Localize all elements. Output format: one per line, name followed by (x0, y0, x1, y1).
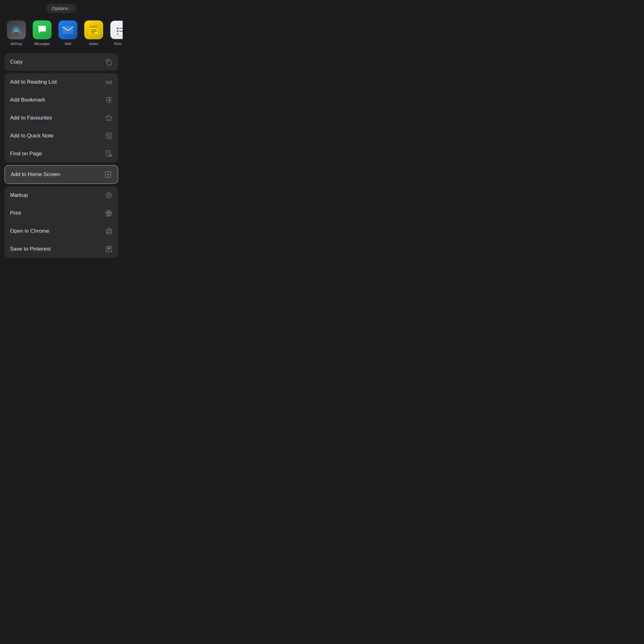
pinterest-icon (105, 245, 113, 253)
menu-item-add-home-screen[interactable]: Add to Home Screen (5, 166, 118, 183)
add-quick-note-label: Add to Quick Note (10, 133, 53, 139)
svg-rect-18 (106, 133, 112, 139)
airdrop-label: AirDrop (10, 42, 22, 46)
mail-icon (58, 20, 77, 39)
menu-item-copy[interactable]: Copy (4, 53, 118, 71)
menu-section-4: Markup Print Open in Chrome Save to Pint… (4, 186, 118, 258)
svg-rect-30 (107, 210, 110, 213)
menu-section-2: Add to Reading List Add Bookmark Add to … (4, 73, 118, 163)
svg-point-34 (108, 230, 110, 232)
notes-label: Notes (89, 42, 98, 46)
quick-note-icon (105, 132, 113, 140)
menu-item-add-favourites[interactable]: Add to Favourites (4, 109, 118, 127)
print-label: Print (10, 210, 21, 216)
svg-point-10 (117, 33, 119, 35)
svg-rect-1 (63, 26, 73, 34)
add-favourites-label: Add to Favourites (10, 115, 52, 121)
svg-point-8 (117, 27, 119, 29)
notes-icon (84, 20, 103, 39)
plus-square-icon (104, 171, 112, 178)
add-bookmark-label: Add Bookmark (10, 97, 45, 103)
book-icon (105, 96, 113, 104)
menu-item-add-reading-list[interactable]: Add to Reading List (4, 73, 118, 91)
find-on-page-label: Find on Page (10, 151, 42, 157)
add-reading-list-label: Add to Reading List (10, 79, 57, 85)
menu-item-add-bookmark[interactable]: Add Bookmark (4, 91, 118, 109)
airdrop-icon (7, 20, 26, 39)
svg-line-21 (111, 156, 112, 157)
svg-marker-17 (106, 115, 112, 121)
save-pinterest-label: Save to Pinterest (10, 246, 51, 252)
reminders-label: Rem… (114, 42, 123, 46)
glasses-icon (105, 78, 113, 86)
chrome-icon (105, 227, 113, 235)
options-label: Options (52, 6, 68, 11)
reminders-icon (110, 20, 123, 39)
svg-rect-3 (89, 25, 98, 28)
open-chrome-label: Open in Chrome (10, 228, 49, 234)
svg-point-9 (117, 30, 119, 32)
svg-rect-7 (115, 25, 123, 34)
menu-section-3-highlighted: Add to Home Screen (4, 165, 118, 184)
add-home-screen-label: Add to Home Screen (11, 171, 60, 178)
menu-item-open-chrome[interactable]: Open in Chrome (4, 222, 118, 240)
app-item-airdrop[interactable]: AirDrop (6, 20, 26, 46)
messages-icon (33, 20, 52, 39)
copy-icon (105, 58, 113, 66)
markup-icon (105, 192, 113, 199)
app-item-mail[interactable]: Mail (58, 20, 78, 46)
star-icon (105, 114, 113, 122)
menu-item-markup[interactable]: Markup (4, 186, 118, 204)
menu-section-1: Copy (4, 53, 118, 71)
app-item-messages[interactable]: Messages (32, 20, 52, 46)
messages-label: Messages (34, 42, 50, 46)
search-doc-icon (105, 150, 113, 158)
menu-item-print[interactable]: Print (4, 204, 118, 222)
menu-item-save-pinterest[interactable]: Save to Pinterest (4, 240, 118, 258)
svg-rect-13 (108, 61, 111, 65)
menu-item-add-quick-note[interactable]: Add to Quick Note (4, 127, 118, 145)
app-item-notes[interactable]: Notes (84, 20, 104, 46)
markup-label: Markup (10, 192, 28, 198)
options-pill[interactable]: Options › (46, 4, 76, 13)
chevron-icon: › (69, 6, 71, 11)
menu-item-find-on-page[interactable]: Find on Page (4, 145, 118, 163)
copy-label: Copy (10, 59, 23, 65)
top-bar: Options › (0, 0, 123, 15)
app-item-reminders[interactable]: Rem… (109, 20, 123, 46)
app-icons-row: AirDrop Messages Mail N (0, 15, 123, 53)
mail-label: Mail (65, 42, 71, 46)
print-icon (105, 209, 113, 217)
